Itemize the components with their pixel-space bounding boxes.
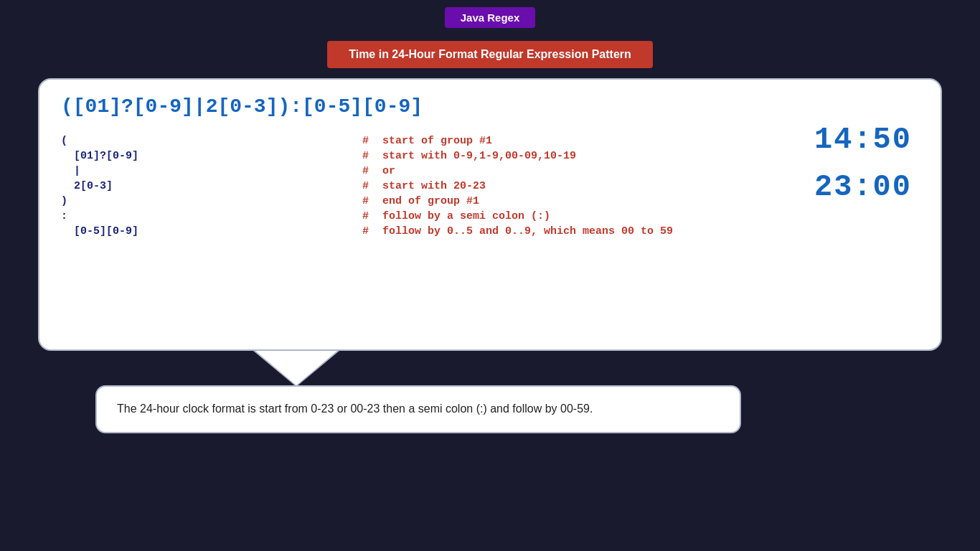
explanation-row: 2[0-3] # start with 20-23: [61, 179, 919, 194]
time-examples: 14:50 23:00: [814, 123, 912, 204]
regex-pattern: ([01]?[0-9]|2[0-3]):[0-5][0-9]: [61, 95, 919, 118]
hash-cell: #: [362, 133, 382, 149]
explanation-row: ( # start of group #1: [61, 133, 919, 149]
hash-cell: #: [362, 224, 382, 239]
explanation-row: [01]?[0-9] # start with 0-9,1-9,00-09,10…: [61, 149, 919, 164]
hash-cell: #: [362, 209, 382, 224]
explanation-row: : # follow by a semi colon (:): [61, 209, 919, 224]
callout-wrapper: The 24-hour clock format is start from 0…: [38, 351, 942, 433]
explanation-table: ( # start of group #1 [01]?[0-9] # start…: [61, 133, 919, 239]
comment-cell: follow by 0..5 and 0..9, which means 00 …: [382, 224, 919, 239]
callout-arrow: [253, 351, 339, 387]
code-cell: 2[0-3]: [61, 179, 362, 194]
time-example-1: 14:50: [814, 123, 912, 157]
subtitle-bar: Time in 24-Hour Format Regular Expressio…: [0, 41, 980, 68]
explanation-row: | # or: [61, 164, 919, 179]
subtitle-text: Time in 24-Hour Format Regular Expressio…: [327, 41, 653, 68]
code-cell: [0-5][0-9]: [61, 224, 362, 239]
code-cell: [01]?[0-9]: [61, 149, 362, 164]
hash-cell: #: [362, 164, 382, 179]
callout-box: The 24-hour clock format is start from 0…: [95, 385, 741, 433]
code-cell: :: [61, 209, 362, 224]
callout-text: The 24-hour clock format is start from 0…: [117, 402, 593, 415]
comment-cell: follow by a semi colon (:): [382, 209, 919, 224]
code-cell: (: [61, 133, 362, 149]
explanation-row: [0-5][0-9] # follow by 0..5 and 0..9, wh…: [61, 224, 919, 239]
hash-cell: #: [362, 179, 382, 194]
time-example-2: 23:00: [814, 170, 912, 204]
hash-cell: #: [362, 149, 382, 164]
code-cell: ): [61, 194, 362, 209]
hash-cell: #: [362, 194, 382, 209]
explanation-row: ) # end of group #1: [61, 194, 919, 209]
main-card: ([01]?[0-9]|2[0-3]):[0-5][0-9] ( # start…: [38, 78, 942, 351]
top-bar: Java Regex: [0, 0, 980, 34]
app-title: Java Regex: [445, 7, 536, 28]
code-cell: |: [61, 164, 362, 179]
